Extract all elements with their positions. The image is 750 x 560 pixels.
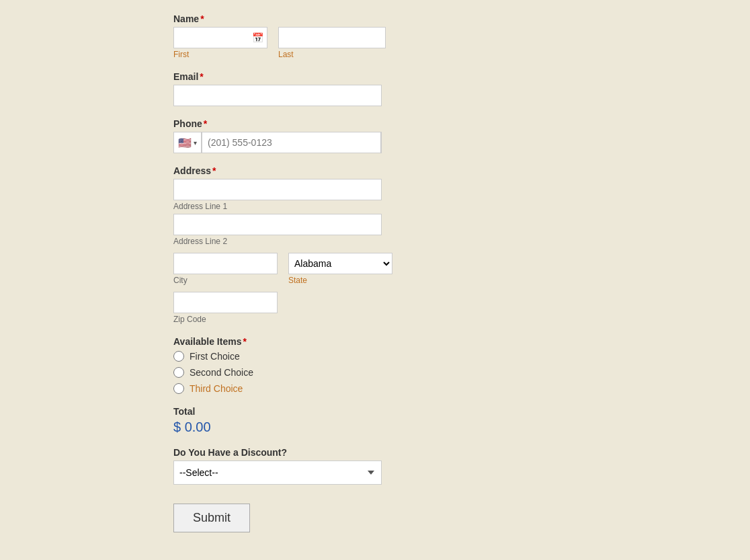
state-label: State (288, 276, 392, 285)
discount-label: Do You Have a Discount? (173, 447, 577, 458)
city-input[interactable] (173, 253, 278, 274)
email-input[interactable] (173, 85, 382, 106)
phone-input[interactable] (202, 132, 381, 153)
address-line1-label: Address Line 1 (173, 202, 577, 211)
phone-label: Phone* (173, 118, 577, 129)
first-label: First (173, 50, 267, 59)
radio-item-first[interactable]: First Choice (173, 351, 577, 362)
name-required-star: * (200, 13, 204, 24)
radio-second[interactable] (173, 367, 184, 378)
name-last-input[interactable] (278, 27, 386, 48)
name-first-input[interactable] (173, 27, 267, 48)
phone-field[interactable]: 🇺🇸 ▾ (173, 132, 382, 153)
total-amount: $ 0.00 (173, 419, 577, 435)
email-required-star: * (200, 71, 203, 82)
radio-item-second[interactable]: Second Choice (173, 367, 577, 378)
zip-input[interactable] (173, 292, 278, 313)
city-label: City (173, 276, 278, 285)
state-select[interactable]: Alabama Alaska Arizona Arkansas Californ… (288, 253, 392, 274)
address-label: Address* (173, 165, 577, 176)
submit-button[interactable]: Submit (173, 504, 250, 532)
address-line2-label: Address Line 2 (173, 237, 577, 246)
radio-third-label: Third Choice (190, 383, 243, 394)
us-flag-icon: 🇺🇸 (178, 136, 192, 149)
radio-second-label: Second Choice (190, 367, 253, 378)
name-label-text: Name (173, 13, 199, 24)
email-label: Email* (173, 71, 577, 82)
address-line1-input[interactable] (173, 179, 382, 200)
total-section: Total $ 0.00 (173, 406, 577, 435)
last-label: Last (278, 50, 386, 59)
address-required-star: * (212, 165, 216, 176)
items-required-star: * (243, 336, 246, 347)
zip-label: Zip Code (173, 315, 577, 324)
address-line2-input[interactable] (173, 214, 382, 235)
name-label: Name* (173, 13, 577, 24)
discount-select[interactable]: --Select-- Yes No (173, 461, 382, 485)
total-label: Total (173, 406, 577, 417)
radio-third[interactable] (173, 383, 184, 394)
phone-dropdown-arrow-icon: ▾ (194, 139, 197, 147)
radio-item-third[interactable]: Third Choice (173, 383, 577, 394)
radio-group: First Choice Second Choice Third Choice (173, 351, 577, 394)
available-items-label: Available Items* (173, 336, 577, 347)
discount-wrapper: --Select-- Yes No (173, 461, 577, 485)
radio-first[interactable] (173, 351, 184, 362)
radio-first-label: First Choice (190, 351, 240, 362)
phone-required-star: * (204, 118, 207, 129)
phone-country-selector[interactable]: 🇺🇸 ▾ (174, 132, 202, 153)
